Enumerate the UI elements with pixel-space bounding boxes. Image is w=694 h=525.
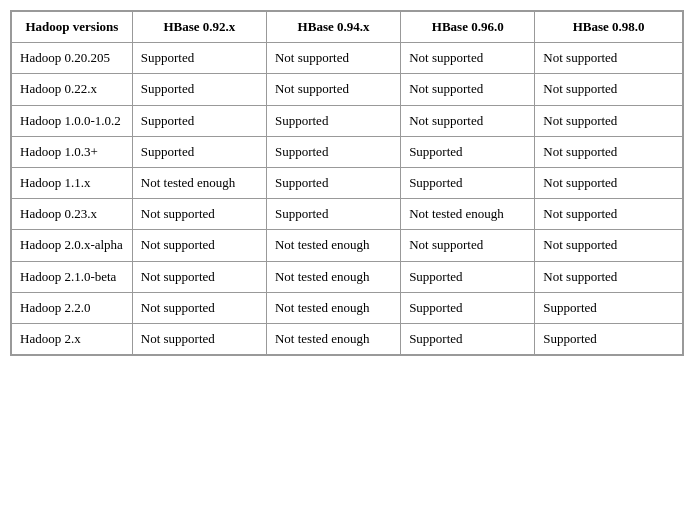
col-header-hbase096: HBase 0.96.0	[401, 12, 535, 43]
cell-row1-hadoop: Hadoop 0.22.x	[12, 74, 133, 105]
cell-row5-hbase096: Not tested enough	[401, 199, 535, 230]
cell-row3-hbase094: Supported	[266, 136, 400, 167]
cell-row7-hbase098: Not supported	[535, 261, 683, 292]
cell-row9-hbase094: Not tested enough	[266, 323, 400, 354]
cell-row6-hbase094: Not tested enough	[266, 230, 400, 261]
table-row: Hadoop 1.1.xNot tested enoughSupportedSu…	[12, 167, 683, 198]
cell-row2-hadoop: Hadoop 1.0.0-1.0.2	[12, 105, 133, 136]
table-row: Hadoop 0.23.xNot supportedSupportedNot t…	[12, 199, 683, 230]
cell-row5-hbase092: Not supported	[132, 199, 266, 230]
cell-row9-hadoop: Hadoop 2.x	[12, 323, 133, 354]
cell-row4-hbase096: Supported	[401, 167, 535, 198]
cell-row0-hadoop: Hadoop 0.20.205	[12, 43, 133, 74]
col-header-hadoop: Hadoop versions	[12, 12, 133, 43]
cell-row9-hbase098: Supported	[535, 323, 683, 354]
table-row: Hadoop 2.1.0-betaNot supportedNot tested…	[12, 261, 683, 292]
col-header-hbase098: HBase 0.98.0	[535, 12, 683, 43]
cell-row4-hbase094: Supported	[266, 167, 400, 198]
cell-row9-hbase096: Supported	[401, 323, 535, 354]
cell-row3-hadoop: Hadoop 1.0.3+	[12, 136, 133, 167]
cell-row7-hbase092: Not supported	[132, 261, 266, 292]
cell-row5-hadoop: Hadoop 0.23.x	[12, 199, 133, 230]
cell-row8-hbase098: Supported	[535, 292, 683, 323]
table-row: Hadoop 2.0.x-alphaNot supportedNot teste…	[12, 230, 683, 261]
cell-row8-hbase092: Not supported	[132, 292, 266, 323]
cell-row4-hadoop: Hadoop 1.1.x	[12, 167, 133, 198]
table-row: Hadoop 0.22.xSupportedNot supportedNot s…	[12, 74, 683, 105]
table-row: Hadoop 0.20.205SupportedNot supportedNot…	[12, 43, 683, 74]
table-row: Hadoop 1.0.0-1.0.2SupportedSupportedNot …	[12, 105, 683, 136]
cell-row7-hbase096: Supported	[401, 261, 535, 292]
cell-row2-hbase098: Not supported	[535, 105, 683, 136]
cell-row4-hbase092: Not tested enough	[132, 167, 266, 198]
cell-row3-hbase096: Supported	[401, 136, 535, 167]
table-row: Hadoop 2.xNot supportedNot tested enough…	[12, 323, 683, 354]
table-row: Hadoop 2.2.0Not supportedNot tested enou…	[12, 292, 683, 323]
cell-row9-hbase092: Not supported	[132, 323, 266, 354]
cell-row8-hbase094: Not tested enough	[266, 292, 400, 323]
cell-row3-hbase092: Supported	[132, 136, 266, 167]
col-header-hbase094: HBase 0.94.x	[266, 12, 400, 43]
cell-row6-hadoop: Hadoop 2.0.x-alpha	[12, 230, 133, 261]
cell-row2-hbase094: Supported	[266, 105, 400, 136]
cell-row0-hbase096: Not supported	[401, 43, 535, 74]
cell-row1-hbase092: Supported	[132, 74, 266, 105]
cell-row8-hbase096: Supported	[401, 292, 535, 323]
cell-row4-hbase098: Not supported	[535, 167, 683, 198]
cell-row7-hadoop: Hadoop 2.1.0-beta	[12, 261, 133, 292]
cell-row0-hbase094: Not supported	[266, 43, 400, 74]
cell-row2-hbase092: Supported	[132, 105, 266, 136]
cell-row5-hbase094: Supported	[266, 199, 400, 230]
cell-row0-hbase092: Supported	[132, 43, 266, 74]
cell-row6-hbase096: Not supported	[401, 230, 535, 261]
compatibility-table: Hadoop versions HBase 0.92.x HBase 0.94.…	[11, 11, 683, 355]
cell-row6-hbase092: Not supported	[132, 230, 266, 261]
col-header-hbase092: HBase 0.92.x	[132, 12, 266, 43]
cell-row6-hbase098: Not supported	[535, 230, 683, 261]
cell-row7-hbase094: Not tested enough	[266, 261, 400, 292]
cell-row0-hbase098: Not supported	[535, 43, 683, 74]
table-header-row: Hadoop versions HBase 0.92.x HBase 0.94.…	[12, 12, 683, 43]
cell-row5-hbase098: Not supported	[535, 199, 683, 230]
table-row: Hadoop 1.0.3+SupportedSupportedSupported…	[12, 136, 683, 167]
cell-row2-hbase096: Not supported	[401, 105, 535, 136]
cell-row3-hbase098: Not supported	[535, 136, 683, 167]
cell-row8-hadoop: Hadoop 2.2.0	[12, 292, 133, 323]
compatibility-table-wrapper: Hadoop versions HBase 0.92.x HBase 0.94.…	[10, 10, 684, 356]
cell-row1-hbase094: Not supported	[266, 74, 400, 105]
cell-row1-hbase096: Not supported	[401, 74, 535, 105]
cell-row1-hbase098: Not supported	[535, 74, 683, 105]
